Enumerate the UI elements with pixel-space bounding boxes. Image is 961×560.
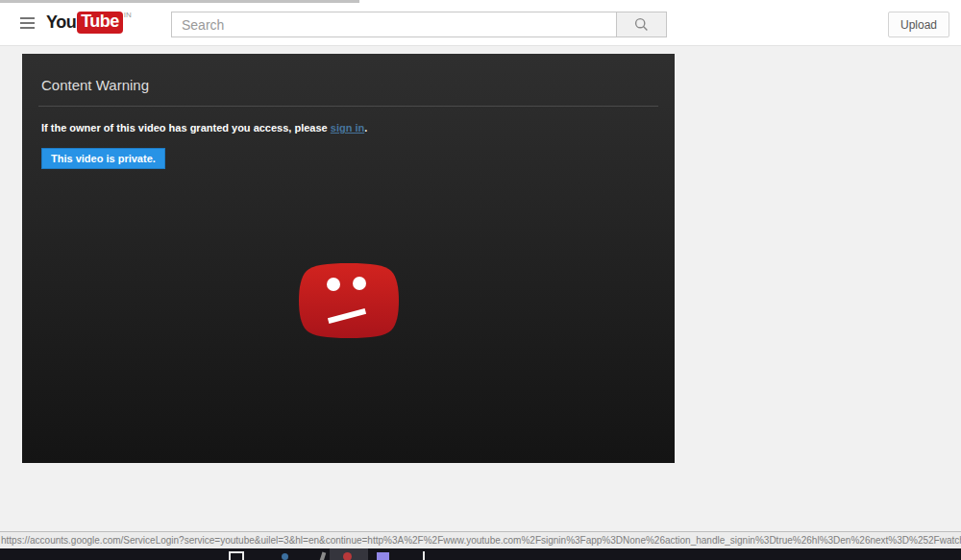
logo-region-badge: IN (124, 11, 132, 19)
sad-face-icon (299, 263, 399, 338)
taskbar-purple-app-icon[interactable] (377, 552, 389, 560)
message-prefix: If the owner of this video has granted y… (41, 122, 331, 134)
sign-in-link[interactable]: sign in (331, 122, 364, 134)
taskbar[interactable] (0, 548, 961, 560)
status-url: https://accounts.google.com/ServiceLogin… (1, 535, 961, 546)
title-divider (38, 106, 658, 107)
page-body: Content Warning If the owner of this vid… (0, 47, 961, 531)
taskbar-active-app[interactable] (330, 548, 368, 560)
youtube-logo[interactable]: You Tube IN (46, 12, 131, 34)
search-input[interactable] (171, 12, 617, 37)
taskbar-pin-divider (423, 551, 425, 560)
taskbar-blue-app-icon[interactable] (282, 553, 288, 560)
face-left-eye (327, 278, 340, 291)
content-warning-panel: Content Warning If the owner of this vid… (22, 54, 675, 463)
search-button[interactable] (616, 12, 667, 37)
taskbar-red-app-icon[interactable] (343, 552, 352, 560)
hamburger-menu-icon[interactable] (20, 17, 35, 29)
message-suffix: . (364, 122, 367, 134)
logo-text-tube: Tube (77, 12, 123, 34)
search-icon (634, 17, 649, 32)
window-edge-strip (0, 0, 359, 3)
status-bar: https://accounts.google.com/ServiceLogin… (0, 531, 961, 548)
taskbar-window-icon[interactable] (229, 551, 244, 560)
taskbar-gray-app-icon[interactable] (320, 552, 327, 560)
logo-text-you: You (46, 12, 76, 33)
warning-message: If the owner of this video has granted y… (41, 122, 655, 134)
private-video-button[interactable]: This video is private. (41, 148, 165, 169)
upload-button[interactable]: Upload (888, 12, 949, 37)
face-right-eye (353, 277, 366, 290)
youtube-header: You Tube IN Upload (0, 0, 961, 46)
content-warning-title: Content Warning (22, 54, 675, 106)
